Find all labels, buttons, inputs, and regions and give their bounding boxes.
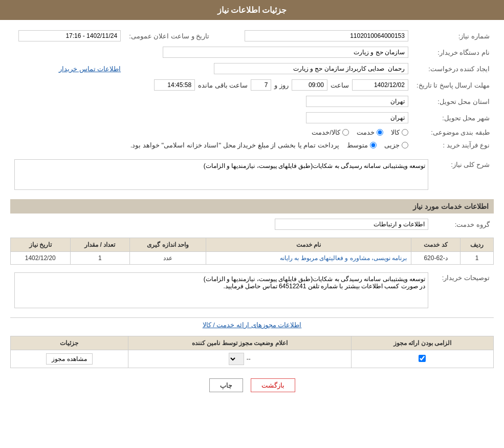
announce-datetime-input[interactable] — [18, 30, 121, 41]
purchase-motavasset-radio[interactable] — [370, 142, 377, 148]
description-textarea[interactable]: توسعه وپشتیبانی سامانه رسیدگی به شکایات(… — [14, 159, 428, 190]
buyer-notes-label: توصیحات خریدار: — [432, 270, 494, 312]
deadline-row: مهلت ارسال پاسخ تا تاریخ: ساعت روز و ساع… — [10, 77, 494, 93]
deadline-remaining-input[interactable] — [154, 79, 195, 91]
category-both-option[interactable]: کالا/خدمت — [312, 129, 349, 136]
service-group-value — [10, 216, 432, 232]
main-content: شماره نیاز: تاریخ و ساعت اعلان عمومی: نا… — [0, 20, 504, 410]
col-permit-required: الزامی بودن ارائه مجوز — [351, 336, 493, 350]
table-row: 1 د-62-620 برنامه نویسی، مشاوره و فعالیت… — [11, 252, 494, 265]
category-khedmat-option[interactable]: خدمت — [357, 129, 383, 136]
service-code: د-62-620 — [411, 252, 461, 265]
deadline-day-label: روز و — [274, 81, 289, 89]
deadline-days-input[interactable] — [251, 79, 271, 91]
services-section-header: اطلاعات خدمات مورد نیاز — [10, 199, 494, 214]
need-number-row: شماره نیاز: تاریخ و ساعت اعلان عمومی: — [10, 28, 494, 44]
permits-table: الزامی بودن ارائه مجوز اعلام وضعیت مجوز … — [10, 336, 494, 368]
deadline-value: ساعت روز و ساعت باقی مانده — [10, 77, 412, 93]
category-kala-radio[interactable] — [402, 129, 408, 136]
need-number-value — [234, 28, 412, 44]
description-table: شرح کلی نیاز: توسعه وپشتیبانی سامانه رسی… — [10, 157, 494, 194]
main-info-table: شماره نیاز: تاریخ و ساعت اعلان عمومی: نا… — [10, 28, 494, 152]
contact-info-link[interactable]: اطلاعات تماس خریدار — [59, 65, 121, 73]
buyer-notes-textarea[interactable]: توسعه وپشتیبانی سامانه رسیدگی به شکایات(… — [14, 272, 428, 308]
category-options: کالا خدمت کالا/خدمت — [10, 126, 412, 139]
description-row: شرح کلی نیاز: توسعه وپشتیبانی سامانه رسی… — [10, 157, 494, 194]
col-unit: واحد اندازه گیری — [129, 238, 206, 252]
permit-status-cell: -- ∨ — [128, 350, 351, 368]
service-name: برنامه نویسی، مشاوره و فعالیتهای مربوط ب… — [206, 252, 411, 265]
permits-table-header: الزامی بودن ارائه مجوز اعلام وضعیت مجوز … — [11, 336, 494, 350]
buyer-org-label: نام دستگاه خریدار: — [412, 44, 494, 60]
col-row-num: ردیف — [461, 238, 494, 252]
services-table: ردیف کد خدمت نام خدمت واحد اندازه گیری ت… — [10, 238, 494, 265]
category-row: طبقه بندی موضوعی: کالا خدمت — [10, 126, 494, 139]
buyer-notes-table: توصیحات خریدار: توسعه وپشتیبانی سامانه ر… — [10, 270, 494, 312]
buyer-org-row: نام دستگاه خریدار: — [10, 44, 494, 60]
deadline-time-input[interactable] — [292, 79, 327, 91]
service-group-row: گروه خدمت: — [10, 216, 494, 232]
province-input[interactable] — [306, 96, 408, 107]
province-value — [10, 93, 412, 110]
col-service-code: کد خدمت — [411, 238, 461, 252]
service-quantity: 1 — [70, 252, 129, 265]
deadline-label: مهلت ارسال پاسخ تا تاریخ: — [412, 77, 494, 93]
description-label: شرح کلی نیاز: — [432, 157, 494, 194]
city-value — [10, 110, 412, 126]
purchase-jozi-option[interactable]: جزیی — [384, 141, 408, 149]
view-permit-button[interactable]: مشاهده مجوز — [46, 353, 92, 365]
col-date: تاریخ نیاز — [11, 238, 71, 252]
service-date: 1402/12/20 — [11, 252, 71, 265]
service-group-table: گروه خدمت: — [10, 216, 494, 232]
purchase-type-options: جزیی متوسط پرداخت تمام یا بخشی از مبلغ خ… — [10, 139, 412, 152]
deadline-date-input[interactable] — [352, 79, 408, 91]
col-quantity: تعداد / مقدار — [70, 238, 129, 252]
purchase-jozi-radio[interactable] — [402, 142, 408, 148]
announce-datetime-value — [10, 28, 125, 44]
service-group-label: گروه خدمت: — [432, 216, 494, 232]
creator-value — [125, 60, 412, 77]
city-input[interactable] — [306, 112, 408, 123]
permit-status-value: -- — [247, 355, 251, 362]
buyer-notes-row: توصیحات خریدار: توسعه وپشتیبانی سامانه ر… — [10, 270, 494, 312]
permit-required-checkbox[interactable] — [419, 355, 426, 362]
action-buttons: بازگشت چاپ — [10, 378, 494, 392]
purchase-type-label: نوع فرآیند خرید : — [412, 139, 494, 152]
category-khedmat-radio[interactable] — [377, 129, 383, 136]
province-row: استان محل تحویل: — [10, 93, 494, 110]
creator-row: ایجاد کننده درخواست: اطلاعات تماس خریدار — [10, 60, 494, 77]
creator-label: ایجاد کننده درخواست: — [412, 60, 494, 77]
page-title: جزئیات اطلاعات نیاز — [0, 0, 504, 20]
back-button[interactable]: بازگشت — [251, 378, 295, 392]
col-service-name: نام خدمت — [206, 238, 411, 252]
purchase-motavasset-option[interactable]: متوسط — [347, 141, 377, 149]
permit-details-cell: مشاهده مجوز — [11, 350, 128, 368]
buyer-org-input[interactable] — [163, 47, 408, 58]
service-row-num: 1 — [461, 252, 494, 265]
purchase-type-text: پرداخت تمام یا بخشی از مبلغ خریداز محل "… — [130, 141, 339, 149]
permits-section-link[interactable]: اطلاعات مجوزهای ارائه خدمت / کالا — [10, 318, 494, 332]
col-permit-status: اعلام وضعیت مجوز توسط نامین کننده — [128, 336, 351, 350]
purchase-type-row: نوع فرآیند خرید : جزیی متوسط پرداخت تمام… — [10, 139, 494, 152]
province-label: استان محل تحویل: — [412, 93, 494, 110]
creator-input[interactable] — [214, 63, 408, 74]
deadline-time-label: ساعت — [331, 81, 349, 89]
category-kala-option[interactable]: کالا — [391, 129, 408, 136]
service-group-input[interactable] — [275, 219, 428, 230]
permit-status-select[interactable]: ∨ — [229, 353, 244, 365]
permit-required-checkbox-cell — [351, 350, 493, 368]
service-unit: عدد — [129, 252, 206, 265]
city-row: شهر محل تحویل: — [10, 110, 494, 126]
print-button[interactable]: چاپ — [209, 378, 243, 392]
need-number-label: شماره نیاز: — [412, 28, 494, 44]
need-number-input[interactable] — [245, 30, 408, 41]
deadline-remaining-label: ساعت باقی مانده — [198, 81, 248, 89]
city-label: شهر محل تحویل: — [412, 110, 494, 126]
services-table-header: ردیف کد خدمت نام خدمت واحد اندازه گیری ت… — [11, 238, 494, 252]
col-permit-details: جزئیات — [11, 336, 128, 350]
category-label: طبقه بندی موضوعی: — [412, 126, 494, 139]
table-row: -- ∨ مشاهده مجوز — [11, 350, 494, 368]
category-both-radio[interactable] — [342, 129, 349, 136]
announce-datetime-label: تاریخ و ساعت اعلان عمومی: — [125, 28, 213, 44]
page-container: جزئیات اطلاعات نیاز شماره نیاز: تاریخ و … — [0, 0, 504, 448]
